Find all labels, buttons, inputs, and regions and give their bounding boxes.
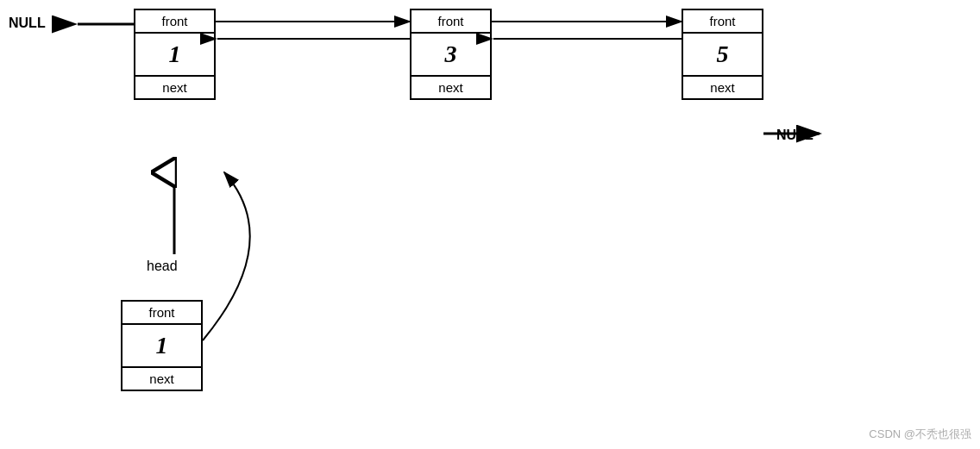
node3-next: next — [683, 77, 762, 98]
node2: front 3 next — [410, 9, 492, 100]
null-right-label: NULL — [776, 128, 814, 143]
null-left-label: NULL — [9, 16, 46, 31]
node1-front: front — [135, 10, 214, 34]
node4-front: front — [122, 302, 201, 325]
node3: front 5 next — [682, 9, 763, 100]
node3-value: 5 — [683, 34, 762, 77]
node4: front 1 next — [121, 300, 203, 391]
node2-front: front — [411, 10, 490, 34]
node4-value: 1 — [122, 325, 201, 368]
node2-value: 3 — [411, 34, 490, 77]
node4-next: next — [122, 368, 201, 390]
head-label: head — [147, 259, 178, 274]
node1: front 1 next — [134, 9, 216, 100]
node3-front: front — [683, 10, 762, 34]
watermark: CSDN @不秃也很强 — [869, 427, 971, 442]
node2-next: next — [411, 77, 490, 98]
node1-next: next — [135, 77, 214, 98]
node1-value: 1 — [135, 34, 214, 77]
